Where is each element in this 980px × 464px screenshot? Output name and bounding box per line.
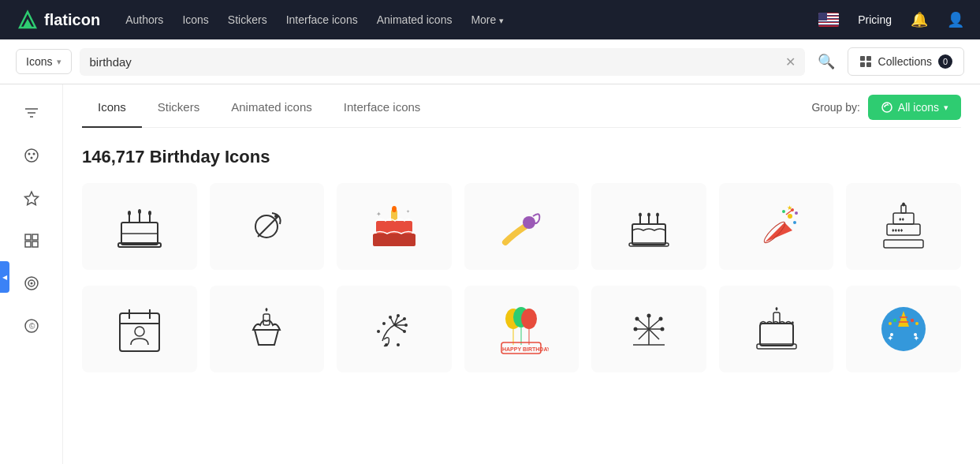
search-button[interactable]: 🔍: [813, 48, 840, 75]
svg-text:♦♦♦♦: ♦♦♦♦: [892, 227, 904, 233]
svg-rect-61: [632, 224, 665, 245]
collapse-arrow-icon: ◀: [2, 274, 7, 281]
icon-card[interactable]: [719, 286, 834, 372]
svg-rect-79: [120, 313, 159, 351]
all-icons-label: All icons: [898, 101, 939, 114]
tab-animated-icons[interactable]: Animated icons: [215, 88, 328, 128]
svg-point-88: [404, 324, 408, 327]
nav-stickers[interactable]: Stickers: [228, 13, 267, 26]
icon-card[interactable]: HAPPY BIRTHDAY: [464, 286, 579, 372]
svg-text:✦: ✦: [887, 334, 893, 342]
top-nav: flaticon Authors Icons Stickers Interfac…: [0, 0, 980, 39]
svg-rect-25: [25, 234, 31, 240]
group-by-area: Group by: All icons ▾: [811, 95, 961, 120]
sidebar-item-grid[interactable]: [13, 222, 50, 260]
birthday-cupcake-icon: [239, 301, 294, 357]
collections-button[interactable]: Collections 0: [848, 47, 964, 76]
svg-point-49: [392, 206, 397, 212]
more-arrow-icon: ▾: [499, 16, 504, 25]
cake-single-candle-icon: [749, 301, 804, 357]
icon-card[interactable]: [210, 286, 325, 372]
sidebar-item-target[interactable]: [13, 264, 50, 302]
tab-stickers[interactable]: Stickers: [142, 88, 215, 128]
svg-point-96: [521, 309, 537, 329]
svg-line-109: [639, 329, 649, 339]
search-input[interactable]: [89, 55, 778, 69]
clear-icon[interactable]: ✕: [785, 54, 796, 69]
icon-card[interactable]: ✦ ✦: [337, 183, 452, 270]
search-bar: Icons ▾ ✕ 🔍 Collections 0: [0, 39, 980, 84]
confetti-burst-icon: [367, 301, 422, 357]
svg-point-67: [793, 221, 796, 224]
svg-point-45: [255, 215, 278, 238]
svg-text:✦: ✦: [376, 211, 382, 218]
svg-point-83: [135, 327, 144, 336]
svg-point-70: [795, 211, 798, 215]
bell-icon[interactable]: 🔔: [911, 11, 928, 28]
svg-point-87: [403, 317, 406, 320]
palette-icon: [23, 147, 40, 164]
user-icon[interactable]: 👤: [947, 11, 964, 28]
pricing-link[interactable]: Pricing: [858, 13, 892, 26]
svg-text:★: ★: [787, 204, 792, 211]
svg-rect-27: [25, 241, 31, 247]
star-icon: [23, 189, 40, 207]
svg-rect-26: [32, 234, 38, 240]
svg-point-60: [656, 213, 659, 217]
icon-card[interactable]: [591, 183, 706, 270]
sidebar: © ◀: [0, 84, 63, 464]
svg-text:✦: ✦: [406, 209, 410, 214]
svg-marker-24: [24, 192, 38, 205]
svg-point-111: [635, 317, 639, 321]
svg-point-58: [639, 213, 642, 217]
search-input-wrapper: ✕: [80, 48, 804, 76]
svg-point-86: [397, 314, 400, 317]
icon-card[interactable]: [210, 183, 325, 270]
filter-icon: [23, 104, 40, 122]
svg-point-23: [30, 157, 32, 159]
sidebar-collapse-tab[interactable]: ◀: [0, 261, 9, 293]
tab-icons[interactable]: Icons: [82, 88, 142, 128]
nav-more[interactable]: More ▾: [471, 13, 504, 26]
svg-line-106: [649, 319, 661, 329]
svg-point-89: [403, 330, 406, 333]
svg-point-39: [128, 211, 131, 215]
icon-card[interactable]: ♦♦ ♦♦♦♦: [846, 183, 961, 270]
birthday-calendar-icon: [112, 301, 167, 357]
svg-point-91: [377, 330, 380, 333]
logo[interactable]: flaticon: [16, 9, 100, 31]
tabs-row: Icons Stickers Animated icons Interface …: [82, 84, 961, 128]
svg-rect-117: [760, 324, 793, 346]
tab-interface-icons[interactable]: Interface icons: [328, 88, 437, 128]
icon-card[interactable]: [591, 286, 706, 372]
svg-point-113: [659, 317, 663, 321]
sidebar-item-favorites[interactable]: [13, 179, 50, 217]
icon-card[interactable]: [82, 286, 197, 372]
group-by-label: Group by:: [811, 101, 859, 114]
content-area: Icons Stickers Animated icons Interface …: [63, 84, 980, 464]
icon-card[interactable]: [82, 183, 197, 270]
party-horn-icon: [239, 199, 294, 254]
nav-icons[interactable]: Icons: [182, 13, 208, 26]
flag-icon[interactable]: [818, 13, 839, 27]
sidebar-item-style[interactable]: [13, 137, 50, 174]
all-icons-button[interactable]: All icons ▾: [868, 95, 961, 120]
svg-point-22: [32, 153, 35, 155]
icon-card[interactable]: ★: [719, 183, 834, 270]
search-type-label: Icons: [26, 55, 52, 68]
icon-card[interactable]: [337, 286, 452, 372]
svg-point-41: [148, 211, 151, 215]
icon-card[interactable]: [464, 183, 579, 270]
sidebar-item-copyright[interactable]: ©: [13, 307, 50, 345]
nav-interface-icons[interactable]: Interface icons: [286, 13, 358, 26]
nav-animated-icons[interactable]: Animated icons: [377, 13, 453, 26]
svg-text:©: ©: [29, 322, 35, 331]
svg-rect-16: [866, 62, 871, 67]
nav-authors[interactable]: Authors: [125, 13, 163, 26]
icons-grid-row2: HAPPY BIRTHDAY: [82, 286, 961, 391]
sidebar-item-filter[interactable]: [13, 94, 50, 132]
icon-card[interactable]: ✦ ✦: [846, 286, 961, 372]
search-type-selector[interactable]: Icons ▾: [16, 49, 72, 74]
all-icons-chevron: ▾: [944, 103, 948, 113]
logo-icon: [16, 9, 39, 31]
